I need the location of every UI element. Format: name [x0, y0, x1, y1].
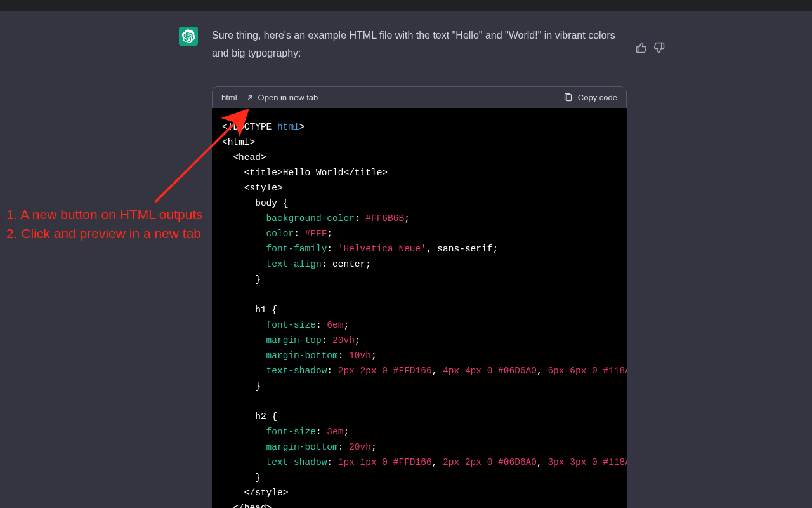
- copy-code-label: Copy code: [578, 93, 617, 102]
- code-block: html Open in new tab Copy code <!DOCTYPE…: [212, 86, 627, 508]
- thumbs-up-icon[interactable]: [636, 42, 647, 53]
- code-block-header: html Open in new tab Copy code: [212, 86, 627, 108]
- feedback-buttons: [636, 42, 665, 53]
- clipboard-icon: [563, 93, 573, 102]
- svg-rect-0: [566, 95, 572, 101]
- open-in-new-tab-label: Open in new tab: [258, 93, 318, 102]
- external-link-icon: [246, 93, 254, 102]
- code-language-label: html: [221, 93, 237, 102]
- openai-logo-icon: [181, 29, 195, 43]
- window-titlebar: [0, 0, 812, 11]
- copy-code-button[interactable]: Copy code: [563, 93, 617, 102]
- open-in-new-tab-button[interactable]: Open in new tab: [246, 93, 318, 102]
- annotation-text: 1. A new button on HTML outputs 2. Click…: [6, 205, 203, 243]
- assistant-message-text: Sure thing, here's an example HTML file …: [212, 27, 631, 62]
- assistant-avatar: [179, 27, 198, 46]
- code-content[interactable]: <!DOCTYPE html> <html> <head> <title>Hel…: [212, 108, 627, 508]
- thumbs-down-icon[interactable]: [653, 42, 665, 53]
- assistant-message-row: Sure thing, here's an example HTML file …: [0, 11, 812, 62]
